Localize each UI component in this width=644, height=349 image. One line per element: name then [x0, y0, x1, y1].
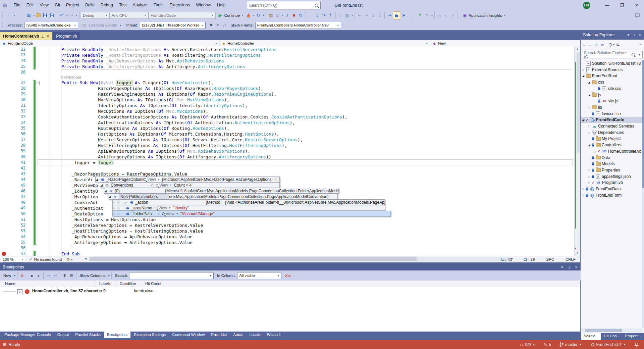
column-header-condition[interactable]: Condition	[120, 282, 136, 286]
undo-icon[interactable]: ↶	[58, 12, 65, 19]
tree-item-homecontroller-vb[interactable]: ▷✓VBHomeController.vb	[581, 148, 642, 154]
collapse-icon[interactable]: ◢	[582, 118, 586, 121]
pin-icon[interactable]: -□	[155, 212, 162, 215]
uncomment-icon[interactable]: ≡	[423, 12, 430, 19]
expand-icon[interactable]: ▷	[594, 150, 598, 153]
reset-search-icon[interactable]: ✕≡	[284, 272, 291, 279]
open-folder-icon[interactable]	[35, 12, 42, 19]
column-header-hit-count[interactable]: Hit Count	[145, 282, 161, 286]
expand-icon[interactable]: ▷	[588, 106, 592, 109]
expand-icon[interactable]: ▷	[588, 131, 592, 134]
datatip-row-_folderPath[interactable]: ▹◇◆_folderPath-□View▼"/Account/Manage"	[112, 211, 391, 216]
toggle-flagged-icon[interactable]: ⇄	[221, 21, 228, 29]
breakpoints-list[interactable]: ✓ HomeController.vb, line 57 character 9…	[0, 287, 580, 332]
datatip-row-0[interactable]: ◢◆(0){Microsoft.AspNetCore.Mvc.Applicati…	[104, 188, 339, 194]
feedback-icon[interactable]	[634, 12, 641, 19]
expand-icon[interactable]: ▷	[125, 201, 129, 204]
collapse-icon[interactable]: ◢	[108, 195, 112, 198]
tree-item-lib[interactable]: ▷lib	[581, 104, 642, 110]
tree-item-favicon-ico[interactable]: ✶favicon.ico	[581, 111, 642, 117]
repository-button[interactable]: FrontEndTst-2▲	[591, 342, 626, 347]
breakpoints-panel-title[interactable]: Breakpoints ▼ ⊥ ✕	[0, 264, 580, 270]
pin-icon[interactable]: ⊥	[633, 33, 636, 37]
editor-vertical-scrollbar[interactable]: ▲ ▼	[574, 46, 580, 256]
pin-icon[interactable]: -□	[148, 184, 156, 187]
pin-icon[interactable]: -□	[272, 178, 279, 181]
codelens-references[interactable]: 0 references	[61, 75, 81, 79]
diagnostics-icon[interactable]: ◇	[337, 12, 344, 19]
back-icon[interactable]: ←	[581, 41, 587, 48]
collapse-icon[interactable]: ◢	[96, 178, 100, 181]
menu-file[interactable]: File	[11, 0, 23, 10]
tree-item-models[interactable]: Models	[581, 161, 642, 167]
column-header-labels[interactable]: Labels	[99, 282, 111, 286]
collapse-icon[interactable]: ◢	[588, 81, 592, 84]
health-indicator[interactable]: ✓ No issues found	[29, 257, 62, 262]
bottom-tab-locals[interactable]: Locals	[247, 332, 264, 338]
lock-toggle-icon[interactable]	[393, 11, 400, 19]
collapse-icon[interactable]: ◢	[100, 184, 104, 187]
collapse-icon[interactable]: ◢	[588, 93, 592, 97]
solution-search-input[interactable]: Search Solution Explorer (C ▼	[582, 51, 643, 58]
application-insights-button[interactable]: ◉Application Insights▼	[461, 12, 506, 19]
tab-program-vb[interactable]: Program.vb	[53, 32, 80, 40]
menu-test[interactable]: Test	[116, 0, 130, 10]
tree-item-my-project[interactable]: My Project	[581, 136, 642, 142]
toolbar-grip[interactable]	[2, 22, 5, 28]
menu-project[interactable]: Project	[63, 0, 82, 10]
code-fix-icon[interactable]: ⚙▼	[66, 257, 73, 262]
forward-icon[interactable]: →	[587, 41, 593, 48]
tree-item-frontendform[interactable]: ▷FrontEndForm	[581, 192, 642, 198]
run-to-cursor-icon[interactable]: ➤	[400, 12, 407, 19]
menu-help[interactable]: Help	[214, 0, 229, 10]
window-dropdown-icon[interactable]: ▼	[560, 265, 564, 269]
tree-item-properties[interactable]: ▷Properties	[581, 167, 642, 173]
redo-icon[interactable]: ↷	[68, 12, 75, 19]
restore-button[interactable]: ❐	[614, 0, 629, 10]
thread-combo[interactable]: [21732] .NET ThreadPool Worker▼	[140, 22, 206, 29]
export-breakpoints-icon[interactable]: ↪	[45, 272, 52, 279]
tree-item-frontendroot[interactable]: ◢FrontEndRoot	[581, 73, 642, 79]
in-column-select[interactable]: All visible▼	[237, 272, 281, 279]
avatar[interactable]: HB	[583, 2, 590, 9]
close-icon[interactable]: ✕	[575, 265, 578, 269]
datatip-row-NonPublicmembers[interactable]: ◢◆Non-Public membersore.Mvc.ApplicationM…	[108, 194, 337, 199]
memory-icon[interactable]: ▦	[344, 12, 351, 19]
save-icon[interactable]	[42, 12, 49, 19]
window-dropdown-icon[interactable]: ▼	[627, 33, 630, 37]
new-breakpoint-button[interactable]: New	[3, 273, 11, 278]
scrollbar-thumb[interactable]	[90, 257, 417, 261]
tree-item-appsettings-json[interactable]: ▷{}appsettings.json	[581, 173, 642, 180]
menu-analyze[interactable]: Analyze	[130, 0, 151, 10]
tree-item-program-vb[interactable]: ▷✓VBProgram.vb	[581, 180, 642, 186]
home-icon[interactable]: ⌂	[593, 41, 599, 48]
unpushed-edits-button[interactable]: ✎ 5	[544, 342, 551, 347]
expand-icon[interactable]: ▷	[588, 181, 592, 184]
lifecycle-dropdown-icon[interactable]: ▼	[119, 24, 122, 27]
view-control[interactable]: View▼	[144, 177, 160, 182]
breakpoints-search-input[interactable]: ▼	[130, 272, 214, 279]
tree-item-data[interactable]: Data	[581, 155, 642, 161]
datatip-row-_action[interactable]: ▹◇▷◆_action{Method = {Void <AuthorizeAre…	[112, 199, 385, 205]
column-header-name[interactable]: Name	[5, 282, 15, 286]
close-icon[interactable]: ✕	[639, 33, 642, 37]
expand-icon[interactable]: ▷	[588, 168, 592, 172]
collapse-icon[interactable]: ◢	[588, 143, 592, 147]
search-options-dropdown-icon[interactable]: ▼	[637, 54, 641, 56]
bookmark-icon[interactable]: ▯	[436, 12, 443, 19]
close-icon[interactable]: ✕	[46, 34, 49, 39]
git-sync-button[interactable]: ↑↓ 9/0▲	[520, 342, 535, 347]
stop-icon[interactable]: ■	[291, 12, 298, 19]
expand-icon[interactable]: ▷	[588, 124, 592, 128]
tree-item-connected-services[interactable]: ▷☁Connected Services	[581, 123, 642, 129]
notifications-button[interactable]	[635, 342, 639, 347]
collapse-icon[interactable]: ◢	[104, 189, 108, 193]
expand-icon[interactable]: ▷	[582, 194, 586, 197]
flag-threads-icon[interactable]: ⚑	[208, 21, 214, 29]
menu-debug[interactable]: Debug	[98, 0, 116, 10]
bottom-tab-package-manager-console[interactable]: Package Manager Console	[1, 332, 54, 338]
editor-horizontal-scrollbar[interactable]	[89, 257, 510, 261]
show-columns-dropdown-icon[interactable]: ▼	[108, 275, 110, 277]
bottom-tab-command-window[interactable]: Command Window	[169, 332, 208, 338]
move-down-icon[interactable]: ↧	[376, 12, 383, 19]
